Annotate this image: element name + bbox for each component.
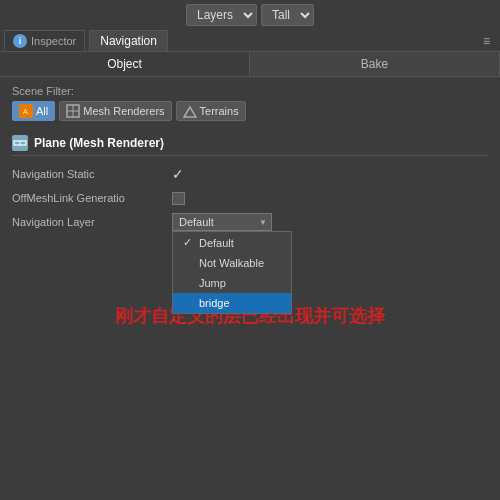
offmeshlink-checkbox[interactable] bbox=[172, 192, 185, 205]
svg-marker-5 bbox=[184, 107, 196, 117]
tab-bar: i Inspector Navigation ≡ bbox=[0, 30, 500, 52]
mesh-icon bbox=[66, 104, 80, 118]
dropdown-item-not-walkable[interactable]: Not Walkable bbox=[173, 253, 291, 273]
tab-settings-icon[interactable]: ≡ bbox=[477, 31, 496, 51]
info-icon: i bbox=[13, 34, 27, 48]
offmeshlink-row: OffMeshLink Generatio bbox=[12, 188, 488, 208]
top-bar: Layers Tall bbox=[0, 0, 500, 30]
inspector-tab-label: Inspector bbox=[31, 35, 76, 47]
nav-layer-selected-value: Default bbox=[179, 216, 214, 228]
nav-layer-dropdown-container: Default ✓ Default Not Walkable Jump bbox=[172, 213, 272, 231]
dropdown-item-default[interactable]: ✓ Default bbox=[173, 232, 291, 253]
tall-dropdown[interactable]: Tall bbox=[261, 4, 314, 26]
svg-text:A: A bbox=[23, 108, 28, 115]
inspector-tab-info[interactable]: i Inspector bbox=[4, 30, 85, 51]
bake-subtab[interactable]: Bake bbox=[250, 52, 500, 76]
scene-filter-label: Scene Filter: bbox=[12, 85, 488, 97]
nav-layer-dropdown-menu: ✓ Default Not Walkable Jump bridge bbox=[172, 231, 292, 314]
terrain-icon bbox=[183, 104, 197, 118]
all-filter-btn[interactable]: A All bbox=[12, 101, 55, 121]
all-icon: A bbox=[19, 104, 33, 118]
nav-static-label: Navigation Static bbox=[12, 168, 172, 180]
layers-dropdown[interactable]: Layers bbox=[186, 4, 257, 26]
filter-buttons: A All Mesh Renderers Terrains bbox=[12, 101, 488, 121]
nav-layer-label: Navigation Layer bbox=[12, 216, 172, 228]
nav-static-value: ✓ bbox=[172, 166, 184, 182]
main-panel: Object Bake Scene Filter: A All Mesh Ren… bbox=[0, 52, 500, 244]
object-subtab[interactable]: Object bbox=[0, 52, 250, 76]
nav-static-row: Navigation Static ✓ bbox=[12, 164, 488, 184]
nav-layer-row: Navigation Layer Default ✓ Default Not W… bbox=[12, 212, 488, 232]
nav-layer-dropdown-btn[interactable]: Default bbox=[172, 213, 272, 231]
content-area: Scene Filter: A All Mesh Renderers bbox=[0, 77, 500, 244]
object-header: Plane (Mesh Renderer) bbox=[12, 131, 488, 156]
terrains-filter-btn[interactable]: Terrains bbox=[176, 101, 246, 121]
mesh-renderers-filter-btn[interactable]: Mesh Renderers bbox=[59, 101, 171, 121]
offmeshlink-label: OffMeshLink Generatio bbox=[12, 192, 172, 204]
navigation-tab[interactable]: Navigation bbox=[89, 30, 168, 51]
dropdown-item-bridge[interactable]: bridge bbox=[173, 293, 291, 313]
object-title: Plane (Mesh Renderer) bbox=[34, 136, 164, 150]
plane-mesh-icon bbox=[12, 135, 28, 151]
sub-tabs: Object Bake bbox=[0, 52, 500, 77]
default-check: ✓ bbox=[183, 236, 195, 249]
dropdown-item-jump[interactable]: Jump bbox=[173, 273, 291, 293]
